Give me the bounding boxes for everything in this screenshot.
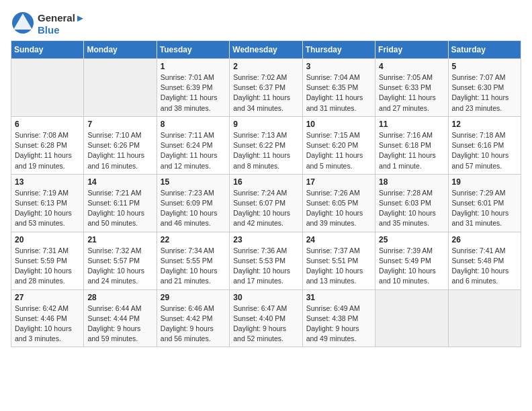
day-cell bbox=[375, 289, 448, 347]
header-day-friday: Friday bbox=[375, 41, 448, 59]
day-cell: 26Sunrise: 7:41 AM Sunset: 5:48 PM Dayli… bbox=[448, 232, 521, 289]
day-number: 22 bbox=[161, 235, 226, 244]
day-detail: Sunrise: 7:23 AM Sunset: 6:09 PM Dayligh… bbox=[161, 188, 226, 229]
day-number: 18 bbox=[379, 177, 444, 187]
day-cell: 31Sunrise: 6:49 AM Sunset: 4:38 PM Dayli… bbox=[302, 289, 375, 347]
day-number: 7 bbox=[87, 120, 152, 129]
day-cell: 25Sunrise: 7:39 AM Sunset: 5:49 PM Dayli… bbox=[375, 232, 448, 289]
calendar-header-row: SundayMondayTuesdayWednesdayThursdayFrid… bbox=[11, 41, 521, 59]
day-detail: Sunrise: 7:01 AM Sunset: 6:39 PM Dayligh… bbox=[161, 73, 226, 113]
day-number: 31 bbox=[306, 293, 371, 302]
day-number: 3 bbox=[306, 62, 371, 71]
day-number: 6 bbox=[15, 120, 80, 129]
day-number: 4 bbox=[379, 62, 444, 71]
day-number: 20 bbox=[15, 235, 80, 244]
day-number: 15 bbox=[161, 177, 226, 187]
day-detail: Sunrise: 6:44 AM Sunset: 4:44 PM Dayligh… bbox=[87, 304, 152, 345]
day-cell: 6Sunrise: 7:08 AM Sunset: 6:28 PM Daylig… bbox=[11, 116, 84, 174]
header-day-thursday: Thursday bbox=[302, 41, 375, 59]
day-cell: 28Sunrise: 6:44 AM Sunset: 4:44 PM Dayli… bbox=[84, 289, 157, 347]
day-number: 23 bbox=[233, 235, 298, 244]
day-number: 5 bbox=[452, 62, 517, 71]
day-detail: Sunrise: 7:31 AM Sunset: 5:59 PM Dayligh… bbox=[15, 246, 80, 287]
day-detail: Sunrise: 7:18 AM Sunset: 6:16 PM Dayligh… bbox=[452, 130, 517, 171]
week-row-2: 6Sunrise: 7:08 AM Sunset: 6:28 PM Daylig… bbox=[11, 116, 521, 174]
day-cell: 12Sunrise: 7:18 AM Sunset: 6:16 PM Dayli… bbox=[448, 116, 521, 174]
day-detail: Sunrise: 7:29 AM Sunset: 6:01 PM Dayligh… bbox=[452, 188, 517, 229]
day-number: 14 bbox=[87, 177, 152, 187]
day-detail: Sunrise: 7:41 AM Sunset: 5:48 PM Dayligh… bbox=[452, 246, 517, 287]
day-cell: 29Sunrise: 6:46 AM Sunset: 4:42 PM Dayli… bbox=[157, 289, 229, 347]
day-detail: Sunrise: 7:32 AM Sunset: 5:57 PM Dayligh… bbox=[87, 246, 152, 287]
header-day-sunday: Sunday bbox=[11, 41, 84, 59]
day-cell: 11Sunrise: 7:16 AM Sunset: 6:18 PM Dayli… bbox=[375, 116, 448, 174]
day-number: 12 bbox=[452, 120, 517, 129]
week-row-1: 1Sunrise: 7:01 AM Sunset: 6:39 PM Daylig… bbox=[11, 59, 521, 117]
day-detail: Sunrise: 7:39 AM Sunset: 5:49 PM Dayligh… bbox=[379, 246, 444, 287]
day-cell: 1Sunrise: 7:01 AM Sunset: 6:39 PM Daylig… bbox=[157, 59, 229, 117]
day-number: 10 bbox=[306, 120, 371, 129]
day-detail: Sunrise: 6:47 AM Sunset: 4:40 PM Dayligh… bbox=[233, 304, 298, 345]
day-number: 8 bbox=[161, 120, 226, 129]
day-cell: 23Sunrise: 7:36 AM Sunset: 5:53 PM Dayli… bbox=[230, 232, 302, 289]
day-detail: Sunrise: 7:07 AM Sunset: 6:30 PM Dayligh… bbox=[452, 73, 517, 113]
calendar-body: 1Sunrise: 7:01 AM Sunset: 6:39 PM Daylig… bbox=[11, 59, 521, 347]
day-cell: 3Sunrise: 7:04 AM Sunset: 6:35 PM Daylig… bbox=[302, 59, 375, 117]
day-cell: 19Sunrise: 7:29 AM Sunset: 6:01 PM Dayli… bbox=[448, 174, 521, 232]
day-number: 11 bbox=[379, 120, 444, 129]
header-day-monday: Monday bbox=[84, 41, 157, 59]
day-detail: Sunrise: 6:42 AM Sunset: 4:46 PM Dayligh… bbox=[15, 304, 80, 345]
header-day-wednesday: Wednesday bbox=[230, 41, 302, 59]
day-cell: 27Sunrise: 6:42 AM Sunset: 4:46 PM Dayli… bbox=[11, 289, 84, 347]
day-detail: Sunrise: 7:26 AM Sunset: 6:05 PM Dayligh… bbox=[306, 188, 371, 229]
day-number: 30 bbox=[233, 293, 298, 302]
day-detail: Sunrise: 6:49 AM Sunset: 4:38 PM Dayligh… bbox=[306, 304, 371, 345]
day-cell bbox=[84, 59, 157, 117]
week-row-5: 27Sunrise: 6:42 AM Sunset: 4:46 PM Dayli… bbox=[11, 289, 521, 347]
logo-icon bbox=[11, 11, 35, 35]
day-number: 19 bbox=[452, 177, 517, 187]
calendar-table: SundayMondayTuesdayWednesdayThursdayFrid… bbox=[11, 40, 521, 347]
logo-blue: Blue bbox=[38, 24, 85, 36]
day-detail: Sunrise: 7:10 AM Sunset: 6:26 PM Dayligh… bbox=[87, 130, 152, 171]
day-cell: 16Sunrise: 7:24 AM Sunset: 6:07 PM Dayli… bbox=[230, 174, 302, 232]
day-cell: 22Sunrise: 7:34 AM Sunset: 5:55 PM Dayli… bbox=[157, 232, 229, 289]
day-cell: 15Sunrise: 7:23 AM Sunset: 6:09 PM Dayli… bbox=[157, 174, 229, 232]
day-detail: Sunrise: 7:21 AM Sunset: 6:11 PM Dayligh… bbox=[87, 188, 152, 229]
logo: General► Blue bbox=[11, 11, 85, 38]
day-number: 1 bbox=[161, 62, 226, 71]
day-cell: 24Sunrise: 7:37 AM Sunset: 5:51 PM Dayli… bbox=[302, 232, 375, 289]
day-cell: 4Sunrise: 7:05 AM Sunset: 6:33 PM Daylig… bbox=[375, 59, 448, 117]
day-number: 9 bbox=[233, 120, 298, 129]
week-row-3: 13Sunrise: 7:19 AM Sunset: 6:13 PM Dayli… bbox=[11, 174, 521, 232]
day-number: 24 bbox=[306, 235, 371, 244]
day-detail: Sunrise: 7:08 AM Sunset: 6:28 PM Dayligh… bbox=[15, 130, 80, 171]
day-number: 17 bbox=[306, 177, 371, 187]
day-cell: 13Sunrise: 7:19 AM Sunset: 6:13 PM Dayli… bbox=[11, 174, 84, 232]
day-cell: 14Sunrise: 7:21 AM Sunset: 6:11 PM Dayli… bbox=[84, 174, 157, 232]
day-cell: 8Sunrise: 7:11 AM Sunset: 6:24 PM Daylig… bbox=[157, 116, 229, 174]
day-number: 2 bbox=[233, 62, 298, 71]
day-cell: 5Sunrise: 7:07 AM Sunset: 6:30 PM Daylig… bbox=[448, 59, 521, 117]
day-cell bbox=[11, 59, 84, 117]
day-cell: 20Sunrise: 7:31 AM Sunset: 5:59 PM Dayli… bbox=[11, 232, 84, 289]
day-number: 28 bbox=[87, 293, 152, 302]
day-detail: Sunrise: 7:02 AM Sunset: 6:37 PM Dayligh… bbox=[233, 73, 298, 113]
day-detail: Sunrise: 7:34 AM Sunset: 5:55 PM Dayligh… bbox=[161, 246, 226, 287]
day-cell: 9Sunrise: 7:13 AM Sunset: 6:22 PM Daylig… bbox=[230, 116, 302, 174]
day-cell: 17Sunrise: 7:26 AM Sunset: 6:05 PM Dayli… bbox=[302, 174, 375, 232]
day-number: 27 bbox=[15, 293, 80, 302]
day-number: 29 bbox=[161, 293, 226, 302]
day-detail: Sunrise: 7:28 AM Sunset: 6:03 PM Dayligh… bbox=[379, 188, 444, 229]
day-number: 16 bbox=[233, 177, 298, 187]
day-number: 25 bbox=[379, 235, 444, 244]
day-cell bbox=[448, 289, 521, 347]
day-detail: Sunrise: 7:04 AM Sunset: 6:35 PM Dayligh… bbox=[306, 73, 371, 113]
day-number: 21 bbox=[87, 235, 152, 244]
week-row-4: 20Sunrise: 7:31 AM Sunset: 5:59 PM Dayli… bbox=[11, 232, 521, 289]
day-detail: Sunrise: 7:37 AM Sunset: 5:51 PM Dayligh… bbox=[306, 246, 371, 287]
day-detail: Sunrise: 7:13 AM Sunset: 6:22 PM Dayligh… bbox=[233, 130, 298, 171]
day-cell: 21Sunrise: 7:32 AM Sunset: 5:57 PM Dayli… bbox=[84, 232, 157, 289]
day-cell: 18Sunrise: 7:28 AM Sunset: 6:03 PM Dayli… bbox=[375, 174, 448, 232]
header-day-saturday: Saturday bbox=[448, 41, 521, 59]
